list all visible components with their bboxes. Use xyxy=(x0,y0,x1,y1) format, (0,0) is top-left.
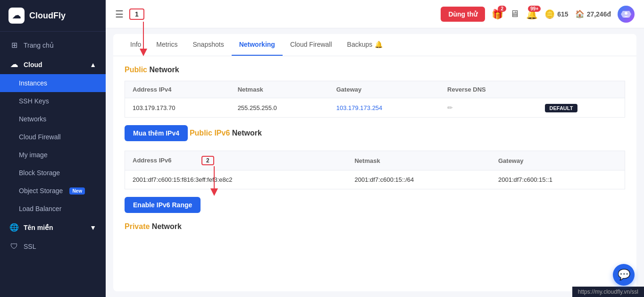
public-ipv6-title: Public IPv6 Network xyxy=(190,129,262,137)
home-icon: ⊞ xyxy=(9,41,19,50)
col-address-ipv4: Address IPv4 xyxy=(125,81,230,98)
sidebar-item-ssh-keys[interactable]: SSH Keys xyxy=(0,92,106,110)
default-badge-cell: DEFAULT xyxy=(537,98,625,118)
home-value: 27,246đ xyxy=(587,10,611,18)
annotation-1-container: 1 xyxy=(129,8,144,20)
sidebar-item-ssl[interactable]: 🛡 SSL xyxy=(0,237,106,256)
sidebar-item-load-balancer[interactable]: Load Balancer xyxy=(0,200,106,218)
public-network-title: Public Network xyxy=(125,66,625,74)
tab-snapshots[interactable]: Snapshots xyxy=(185,34,231,56)
statusbar-text: https://my.cloudfly.vn/ssl xyxy=(578,289,638,295)
gateway-link[interactable]: 103.179.173.254 xyxy=(336,104,383,111)
sidebar: ☁ CloudFly ⊞ Trang chủ ☁ Cloud ▲ Instanc… xyxy=(0,0,106,297)
ipv4-address: 103.179.173.70 xyxy=(125,98,230,118)
main-content: ☰ 1 Dùng thử 🎁 2 xyxy=(106,0,644,297)
col-netmask-ipv6: Netmask xyxy=(347,151,490,170)
col-action xyxy=(537,81,625,98)
private-network-title-normal: Private xyxy=(125,222,150,230)
col-gateway-ipv6: Gateway xyxy=(491,151,625,170)
annotation-2-container: 2 xyxy=(201,156,214,165)
ipv6-gateway: 2001:df7:c600:15::1 xyxy=(491,170,625,189)
monitor-icon: 🖥 xyxy=(510,8,519,19)
private-network-title: Private Network xyxy=(125,222,625,231)
sidebar-item-instances[interactable]: Instances xyxy=(0,74,106,92)
sidebar-item-cloud[interactable]: ☁ Cloud ▲ xyxy=(0,55,106,74)
col-reverse-dns: Reverse DNS xyxy=(440,81,537,98)
sidebar-item-block-storage[interactable]: Block Storage xyxy=(0,164,106,182)
monitor-icon-wrap[interactable]: 🖥 xyxy=(510,8,519,19)
ipv6-netmask: 2001:df7:c600:15::/64 xyxy=(347,170,490,189)
gift-badge: 2 xyxy=(498,6,506,12)
sidebar-item-label: SSH Keys xyxy=(19,97,49,105)
sidebar-item-ten-mien[interactable]: 🌐 Tên miền ▼ xyxy=(0,218,106,237)
trial-button[interactable]: Dùng thử xyxy=(441,7,485,22)
home-icon: 🏠 xyxy=(575,9,585,18)
sidebar-logo: ☁ CloudFly xyxy=(0,0,106,32)
sidebar-item-trang-chu[interactable]: ⊞ Trang chủ xyxy=(0,35,106,55)
public-network-title-normal: Public xyxy=(125,66,147,74)
private-network-title-rest: Network xyxy=(152,222,182,230)
logo-text: CloudFly xyxy=(29,11,66,21)
svg-point-2 xyxy=(625,12,627,15)
bell-icon-wrap[interactable]: 🔔 99+ xyxy=(526,8,538,20)
table-row-ipv6: 2001:df7:c600:15:f816:3eff:fef3:e8c2 200… xyxy=(125,170,625,189)
col-gateway: Gateway xyxy=(329,81,440,98)
avatar[interactable] xyxy=(618,6,635,23)
cloud-icon: ☁ xyxy=(9,60,19,69)
sidebar-nav: ⊞ Trang chủ ☁ Cloud ▲ Instances SSH Keys… xyxy=(0,32,106,297)
tab-metrics[interactable]: Metrics xyxy=(149,34,185,56)
topbar-left: ☰ 1 xyxy=(115,8,144,20)
public-ipv6-title-rest: Network xyxy=(232,129,262,137)
sidebar-item-label: Networks xyxy=(19,115,46,123)
chevron-up-icon: ▲ xyxy=(90,61,96,68)
chat-button[interactable]: 💬 xyxy=(613,264,635,286)
sidebar-item-label: Trang chủ xyxy=(24,42,54,49)
tab-info[interactable]: Info xyxy=(123,34,149,56)
tab-cloud-firewall[interactable]: Cloud Firewall xyxy=(283,34,340,56)
sidebar-item-label: SSL xyxy=(24,243,36,250)
default-badge: DEFAULT xyxy=(545,104,578,112)
statusbar: https://my.cloudfly.vn/ssl xyxy=(572,287,644,297)
logo-icon: ☁ xyxy=(8,8,25,24)
topbar: ☰ 1 Dùng thử 🎁 2 xyxy=(106,0,644,28)
topbar-right: Dùng thử 🎁 2 🖥 🔔 99+ 🪙 615 🏠 xyxy=(441,6,635,23)
public-ipv6-table: Address IPv6 2 xyxy=(125,151,625,189)
coin-value: 615 xyxy=(557,10,568,18)
menu-icon[interactable]: ☰ xyxy=(115,8,124,20)
bell-alert-icon: 🔔 xyxy=(375,41,383,48)
public-network-table: Address IPv4 Netmask Gateway Reverse DNS… xyxy=(125,81,625,118)
col-netmask: Netmask xyxy=(230,81,329,98)
ipv6-address: 2001:df7:c600:15:f816:3eff:fef3:e8c2 xyxy=(125,170,347,189)
coin-icon: 🪙 xyxy=(544,9,555,19)
gift-icon-wrap[interactable]: 🎁 2 xyxy=(492,8,503,20)
bell-badge: 99+ xyxy=(528,6,541,12)
home-wrap[interactable]: 🏠 27,246đ xyxy=(575,9,611,18)
sidebar-item-label: Object Storage xyxy=(19,187,63,195)
new-badge: New xyxy=(69,187,85,195)
add-ipv4-button[interactable]: Mua thêm IPv4 xyxy=(125,125,188,141)
sidebar-item-cloud-firewall[interactable]: Cloud Firewall xyxy=(0,128,106,146)
tab-networking[interactable]: Networking xyxy=(232,34,283,56)
chevron-down-icon: ▼ xyxy=(90,224,96,231)
coin-wrap[interactable]: 🪙 615 xyxy=(544,9,568,19)
tabs: Info Metrics Snapshots Networking Cloud … xyxy=(113,34,636,56)
sidebar-item-label: Tên miền xyxy=(24,224,53,231)
tab-backups[interactable]: Backups 🔔 xyxy=(340,34,391,56)
sidebar-item-object-storage[interactable]: Object Storage New xyxy=(0,182,106,200)
networking-content: Public Network Address IPv4 Netmask Gate… xyxy=(113,56,636,247)
table-row: 103.179.173.70 255.255.255.0 103.179.173… xyxy=(125,98,625,118)
sidebar-item-label: Instances xyxy=(19,79,47,87)
netmask-value: 255.255.255.0 xyxy=(230,98,329,118)
sidebar-item-label: Cloud Firewall xyxy=(19,133,61,141)
annotation-2-box: 2 xyxy=(201,156,214,165)
edit-icon[interactable]: ✏ xyxy=(447,104,453,111)
chat-icon: 💬 xyxy=(618,269,630,281)
enable-ipv6-button[interactable]: Enable IPv6 Range xyxy=(125,197,201,213)
annotation-1-box: 1 xyxy=(129,8,144,20)
reverse-dns-cell: ✏ xyxy=(440,98,537,118)
sidebar-item-my-image[interactable]: My image xyxy=(0,146,106,164)
sidebar-item-label: My image xyxy=(19,151,48,159)
sidebar-item-label: Cloud xyxy=(24,61,42,68)
content-card: Info Metrics Snapshots Networking Cloud … xyxy=(113,34,636,291)
sidebar-item-networks[interactable]: Networks xyxy=(0,110,106,128)
